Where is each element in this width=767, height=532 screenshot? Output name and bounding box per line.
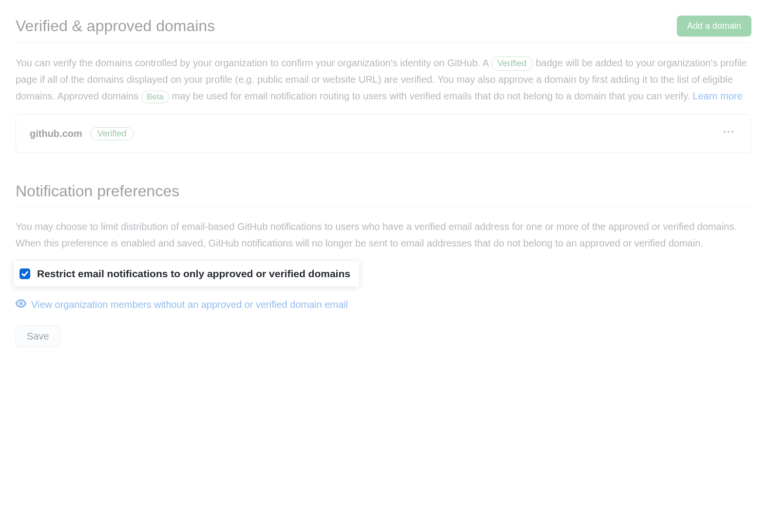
learn-more-link[interactable]: Learn more <box>693 91 743 101</box>
view-members-row: View organization members without an app… <box>16 298 751 311</box>
notification-section-header: Notification preferences <box>16 182 751 207</box>
view-members-link[interactable]: View organization members without an app… <box>31 299 348 310</box>
desc-text-3: may be used for email notification routi… <box>172 91 692 101</box>
add-domain-button[interactable]: Add a domain <box>677 16 751 37</box>
domains-description: You can verify the domains controlled by… <box>16 55 751 104</box>
domains-section-title: Verified & approved domains <box>16 17 215 35</box>
desc-text-1: You can verify the domains controlled by… <box>16 57 491 68</box>
notification-description: You may choose to limit distribution of … <box>16 218 751 251</box>
beta-badge-inline: Beta <box>141 91 169 103</box>
save-button[interactable]: Save <box>16 325 60 347</box>
verified-badge-inline: Verified <box>491 57 533 71</box>
eye-icon <box>16 298 26 311</box>
restrict-notifications-row[interactable]: Restrict email notifications to only app… <box>14 261 359 286</box>
domain-row-left: github.com Verified <box>30 127 134 140</box>
domains-section-header: Verified & approved domains Add a domain <box>16 16 751 43</box>
notification-section-title: Notification preferences <box>16 182 751 200</box>
domain-list-row: github.com Verified <box>16 114 751 153</box>
domain-status-badge: Verified <box>90 127 134 140</box>
restrict-notifications-label: Restrict email notifications to only app… <box>37 268 350 280</box>
kebab-menu-icon[interactable] <box>720 125 737 142</box>
restrict-notifications-checkbox[interactable] <box>19 268 30 279</box>
domain-name: github.com <box>30 128 82 139</box>
